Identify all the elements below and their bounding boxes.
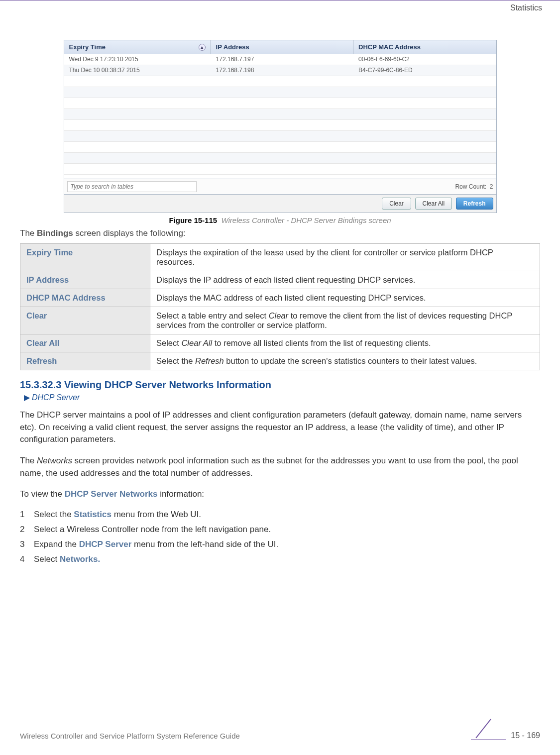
text: The: [20, 456, 37, 465]
table-row[interactable]: Thu Dec 10 00:38:37 2015 172.168.7.198 B…: [64, 65, 496, 76]
table-row: [64, 98, 496, 109]
page-number: 15 - 169: [511, 731, 540, 740]
row-count: Row Count: 2: [455, 183, 493, 190]
footer-right: 15 - 169: [471, 718, 540, 740]
info-row: IP Address Displays the IP address of ea…: [20, 271, 540, 289]
paragraph: To view the DHCP Server Networks informa…: [20, 488, 540, 501]
text: to remove all listed clients from the li…: [212, 338, 431, 347]
bindings-table-panel: Expiry Time ▲ IP Address DHCP MAC Addres…: [64, 40, 497, 213]
steps-list: 1 Select the Statistics menu from the We…: [20, 510, 540, 564]
text: Expand the: [34, 539, 79, 549]
slash-icon: [471, 718, 506, 740]
column-header-label: Expiry Time: [69, 43, 106, 51]
paragraph: The DHCP server maintains a pool of IP a…: [20, 409, 540, 446]
table-row: [64, 153, 496, 164]
table-row: [64, 131, 496, 142]
bold-term: Bindings: [37, 228, 73, 238]
info-label: IP Address: [20, 271, 150, 289]
text: menu from the Web UI.: [112, 510, 201, 519]
cell-expiry: Thu Dec 10 00:38:37 2015: [64, 65, 211, 76]
cell-ip: 172.168.7.198: [211, 65, 353, 76]
info-row: Clear Select a table entry and select Cl…: [20, 307, 540, 334]
column-header-label: IP Address: [216, 43, 249, 51]
step-text: Select a Wireless Controller node from t…: [34, 525, 271, 535]
step-number: 2: [20, 525, 34, 535]
figure-label: Figure 15-115: [169, 216, 217, 224]
row-count-value: 2: [490, 183, 493, 190]
table-row: [64, 87, 496, 98]
bold-term: Statistics: [74, 510, 112, 519]
bold-term: Networks.: [60, 554, 100, 564]
table-row: [64, 142, 496, 153]
text: menu from the left-hand side of the UI.: [131, 539, 278, 549]
text: Select the: [156, 356, 195, 365]
table-row: [64, 120, 496, 131]
column-header-ip[interactable]: IP Address: [211, 40, 353, 54]
bold-term: DHCP Server: [79, 539, 132, 549]
page-footer: Wireless Controller and Service Platform…: [20, 718, 540, 740]
info-row: Clear All Select Clear All to remove all…: [20, 334, 540, 352]
info-label: Clear: [20, 307, 150, 334]
cell-ip: 172.168.7.197: [211, 54, 353, 65]
svg-line-0: [476, 719, 491, 738]
breadcrumb-text: DHCP Server: [32, 393, 80, 402]
text: The: [20, 228, 37, 238]
column-header-mac[interactable]: DHCP MAC Address: [353, 40, 496, 54]
step-text: Select Networks.: [34, 554, 100, 564]
info-row: DHCP MAC Address Displays the MAC addres…: [20, 289, 540, 307]
bold-term: DHCP Server Networks: [65, 489, 158, 499]
text: button to update the screen's statistics…: [224, 356, 477, 365]
table-row: [64, 164, 496, 175]
info-desc: Displays the IP address of each listed c…: [150, 271, 540, 289]
info-desc: Select a table entry and select Clear to…: [150, 307, 540, 334]
column-header-expiry[interactable]: Expiry Time ▲: [64, 40, 211, 54]
italic-term: Networks: [37, 456, 72, 465]
step-text: Select the Statistics menu from the Web …: [34, 510, 201, 520]
refresh-button[interactable]: Refresh: [456, 198, 493, 210]
column-header-label: DHCP MAC Address: [358, 43, 421, 51]
info-desc: Select Clear All to remove all listed cl…: [150, 334, 540, 352]
step-number: 1: [20, 510, 34, 520]
info-label: DHCP MAC Address: [20, 289, 150, 307]
section-title: Statistics: [510, 3, 542, 12]
step-number: 4: [20, 554, 34, 564]
text: To view the: [20, 489, 65, 499]
info-desc: Displays the expiration of the lease use…: [150, 244, 540, 271]
step-text: Expand the DHCP Server menu from the lef…: [34, 539, 278, 549]
figure-title: Wireless Controller - DHCP Server Bindin…: [221, 216, 391, 224]
clear-button[interactable]: Clear: [382, 198, 411, 210]
info-desc: Displays the MAC address of each listed …: [150, 289, 540, 307]
table-row: [64, 76, 496, 87]
table-row[interactable]: Wed Dec 9 17:23:10 2015 172.168.7.197 00…: [64, 54, 496, 65]
button-bar: Clear Clear All Refresh: [64, 194, 496, 213]
info-row: Expiry Time Displays the expiration of t…: [20, 244, 540, 271]
row-count-label: Row Count:: [455, 183, 486, 190]
page-header: Statistics: [0, 0, 560, 12]
step-item: 3 Expand the DHCP Server menu from the l…: [20, 539, 540, 549]
sort-asc-icon[interactable]: ▲: [199, 44, 206, 51]
cell-expiry: Wed Dec 9 17:23:10 2015: [64, 54, 211, 65]
info-label: Clear All: [20, 334, 150, 352]
guide-title: Wireless Controller and Service Platform…: [20, 732, 240, 740]
table-body: Wed Dec 9 17:23:10 2015 172.168.7.197 00…: [64, 54, 496, 179]
field-description-table: Expiry Time Displays the expiration of t…: [20, 243, 540, 370]
clear-all-button[interactable]: Clear All: [415, 198, 452, 210]
table-footer-search: Row Count: 2: [64, 179, 496, 194]
text: information:: [158, 489, 205, 499]
info-row: Refresh Select the Refresh button to upd…: [20, 352, 540, 370]
cell-mac: B4-C7-99-6C-86-ED: [353, 65, 496, 76]
table-row: [64, 109, 496, 120]
arrow-icon: ▶: [24, 393, 30, 402]
info-label: Refresh: [20, 352, 150, 370]
text: Select: [156, 338, 181, 347]
text: Select: [34, 554, 60, 564]
search-input[interactable]: [67, 181, 197, 192]
step-number: 3: [20, 539, 34, 549]
section-heading: 15.3.32.3 Viewing DHCP Server Networks I…: [20, 379, 540, 391]
figure-caption: Figure 15-115 Wireless Controller - DHCP…: [20, 216, 540, 224]
intro-line: The Bindings screen displays the followi…: [20, 228, 540, 238]
text: screen displays the following:: [73, 228, 186, 238]
paragraph: The Networks screen provides network poo…: [20, 455, 540, 479]
italic-term: Clear: [269, 311, 288, 320]
breadcrumb: ▶DHCP Server: [24, 393, 540, 402]
